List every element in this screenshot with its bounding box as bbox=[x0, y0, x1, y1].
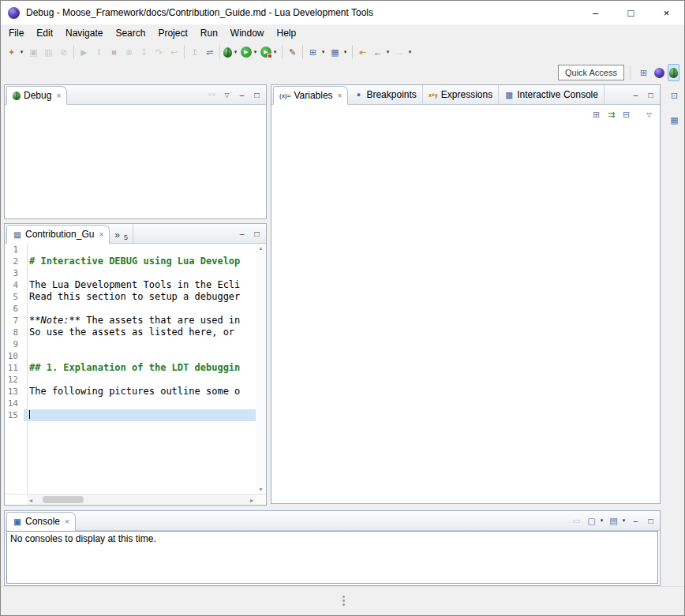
scroll-down-icon[interactable]: ▼ bbox=[258, 487, 264, 492]
line-number[interactable]: 8 bbox=[5, 327, 24, 338]
view-menu-icon[interactable]: ▽ bbox=[642, 108, 656, 121]
debug-perspective-icon[interactable] bbox=[669, 68, 678, 78]
open-element-icon[interactable]: ✎ bbox=[286, 46, 299, 59]
minimize-button[interactable]: – bbox=[578, 1, 613, 24]
resume-icon[interactable]: ▶ bbox=[77, 46, 91, 59]
line-text[interactable]: # Interactive DEBUG using Lua Develop bbox=[24, 256, 256, 267]
editor-line[interactable]: 6 bbox=[5, 303, 256, 315]
editor-line[interactable]: 11## 1. Explanation of the LDT debuggin bbox=[5, 362, 256, 374]
editor-tab-overflow[interactable]: » 5 bbox=[110, 224, 133, 243]
open-perspective-icon[interactable]: ⊞ bbox=[306, 46, 320, 59]
close-tab-icon[interactable]: × bbox=[65, 517, 69, 526]
line-text[interactable] bbox=[24, 350, 256, 362]
maximize-button[interactable]: □ bbox=[613, 1, 649, 24]
editor-line[interactable]: 14 bbox=[5, 398, 256, 409]
menu-window[interactable]: Window bbox=[224, 26, 271, 40]
restore-minimized-view-icon[interactable]: ⊡ bbox=[668, 89, 681, 103]
ldt-perspective-icon[interactable] bbox=[654, 68, 664, 78]
open-perspective-dropdown-icon[interactable]: ▾ bbox=[320, 49, 327, 55]
editor-line[interactable]: 2# Interactive DEBUG using Lua Develop bbox=[5, 256, 256, 267]
line-text[interactable] bbox=[24, 338, 256, 350]
line-number[interactable]: 15 bbox=[5, 409, 24, 421]
editor-line[interactable]: 8So use the assets as listed here, or bbox=[5, 327, 256, 338]
show-type-names-icon[interactable]: ⊞ bbox=[590, 108, 603, 121]
open-console-icon[interactable]: ▤ bbox=[607, 514, 620, 528]
new-wizard-dropdown-icon[interactable]: ▾ bbox=[18, 49, 25, 55]
editor-text-area[interactable]: 12# Interactive DEBUG using Lua Develop3… bbox=[5, 244, 256, 494]
line-number[interactable]: 7 bbox=[5, 315, 24, 327]
open-perspective-button[interactable]: ⊞ bbox=[637, 66, 650, 80]
display-selected-console-dropdown-icon[interactable]: ▾ bbox=[598, 517, 605, 524]
pin-console-icon[interactable]: ▭ bbox=[570, 514, 583, 528]
menu-run[interactable]: Run bbox=[194, 26, 224, 40]
line-number[interactable]: 11 bbox=[5, 362, 24, 374]
close-button[interactable]: × bbox=[649, 1, 684, 24]
maximize-view-button[interactable]: □ bbox=[643, 88, 658, 102]
close-tab-icon[interactable]: × bbox=[99, 230, 103, 239]
external-tools-dropdown-icon[interactable]: ▾ bbox=[271, 49, 279, 55]
remove-all-terminated-icon[interactable]: ×× bbox=[205, 88, 219, 101]
show-logical-structures-icon[interactable]: ⇉ bbox=[605, 108, 618, 121]
sash-handle[interactable] bbox=[342, 595, 345, 598]
line-number[interactable]: 9 bbox=[5, 338, 24, 350]
close-tab-icon[interactable]: × bbox=[56, 91, 61, 100]
disconnect-icon[interactable]: ⊗ bbox=[122, 46, 136, 59]
tab-debug[interactable]: Debug × bbox=[6, 86, 67, 105]
save-all-icon[interactable]: ▥ bbox=[42, 46, 55, 59]
line-number[interactable]: 13 bbox=[5, 386, 24, 398]
minimize-view-button[interactable]: – bbox=[234, 226, 249, 241]
line-text[interactable] bbox=[24, 374, 256, 386]
run-icon[interactable]: ▶ bbox=[241, 47, 252, 58]
use-step-filters-icon[interactable]: ⇌ bbox=[203, 46, 216, 59]
tab-breakpoints[interactable]: ●Breakpoints bbox=[348, 85, 422, 104]
step-over-icon[interactable]: ↷ bbox=[152, 46, 166, 59]
skip-all-breakpoints-icon[interactable]: ⊘ bbox=[57, 46, 70, 59]
editor-line[interactable]: 12 bbox=[5, 374, 256, 386]
editor-line[interactable]: 4The Lua Development Tools in the Ecli bbox=[5, 279, 256, 291]
minimize-view-button[interactable]: – bbox=[234, 88, 249, 102]
line-number[interactable]: 6 bbox=[5, 303, 24, 315]
line-number[interactable]: 2 bbox=[5, 256, 24, 267]
menu-help[interactable]: Help bbox=[271, 26, 303, 40]
line-text[interactable]: **Note:** The assets that are used in bbox=[24, 315, 256, 327]
external-tools-icon[interactable]: ▶ bbox=[260, 47, 271, 58]
display-selected-console-icon[interactable]: ▢ bbox=[585, 514, 598, 528]
scroll-up-icon[interactable]: ▲ bbox=[258, 245, 264, 251]
save-icon[interactable]: ▣ bbox=[27, 46, 40, 59]
menu-search[interactable]: Search bbox=[109, 26, 152, 40]
line-text[interactable]: The following pictures outline some o bbox=[24, 386, 256, 398]
line-number[interactable]: 10 bbox=[5, 350, 24, 362]
menu-file[interactable]: File bbox=[2, 26, 30, 40]
back-icon[interactable]: ← bbox=[371, 46, 384, 59]
maximize-view-button[interactable]: □ bbox=[249, 226, 264, 241]
line-text[interactable]: ## 1. Explanation of the LDT debuggin bbox=[24, 362, 256, 374]
step-into-icon[interactable]: ↧ bbox=[137, 46, 151, 59]
vertical-scrollbar[interactable]: ▲ ▼ bbox=[256, 244, 266, 494]
suspend-icon[interactable]: ‖ bbox=[92, 46, 106, 59]
menu-project[interactable]: Project bbox=[152, 26, 193, 40]
scroll-right-icon[interactable]: ▸ bbox=[250, 496, 253, 503]
line-number[interactable]: 14 bbox=[5, 398, 24, 409]
editor-line[interactable]: 5Read this section to setup a debugger bbox=[5, 291, 256, 303]
forward-icon[interactable]: → bbox=[393, 46, 406, 59]
view-menu-icon[interactable]: ▽ bbox=[220, 88, 234, 102]
editor-line[interactable]: 9 bbox=[5, 338, 256, 350]
open-console-dropdown-icon[interactable]: ▾ bbox=[620, 517, 627, 524]
line-text[interactable]: So use the assets as listed here, or bbox=[24, 327, 256, 338]
debug-icon[interactable] bbox=[223, 47, 232, 58]
scrollbar-thumb[interactable] bbox=[43, 496, 84, 503]
line-text[interactable] bbox=[24, 303, 256, 315]
step-return-icon[interactable]: ↩ bbox=[167, 46, 181, 59]
maximize-view-button[interactable]: □ bbox=[249, 88, 264, 102]
editor-line[interactable]: 7**Note:** The assets that are used in bbox=[5, 315, 256, 327]
tab-variables[interactable]: (x)=Variables× bbox=[273, 86, 348, 105]
run-dropdown-icon[interactable]: ▾ bbox=[252, 49, 259, 55]
terminate-icon[interactable]: ■ bbox=[107, 46, 121, 59]
line-text[interactable] bbox=[24, 398, 256, 409]
show-view-dropdown-icon[interactable]: ▾ bbox=[342, 49, 349, 55]
scroll-left-icon[interactable]: ◂ bbox=[29, 496, 32, 503]
line-number[interactable]: 12 bbox=[5, 374, 24, 386]
tab-contribution-guide[interactable]: ▤ Contribution_Gu × bbox=[6, 225, 110, 244]
tab-console[interactable]: ▣ Console × bbox=[6, 512, 76, 531]
line-text[interactable] bbox=[24, 267, 256, 279]
